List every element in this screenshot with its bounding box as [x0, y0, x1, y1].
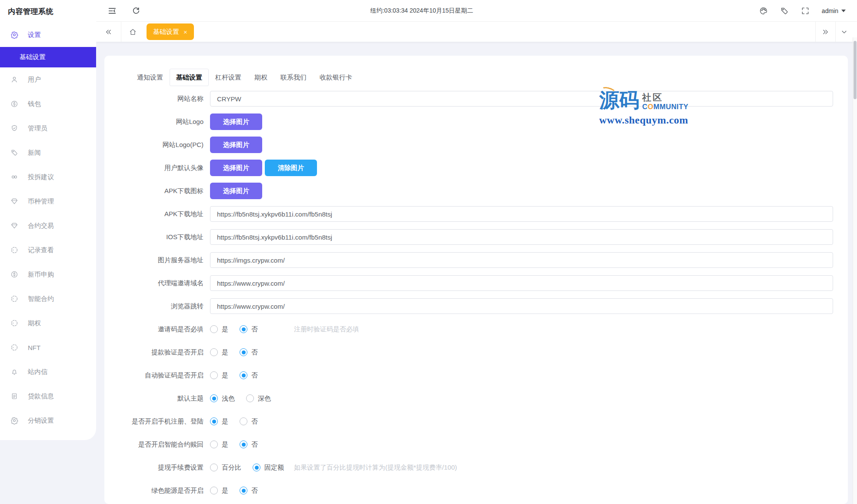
radio-option-no[interactable]: 否	[240, 417, 258, 426]
sidebar-item-coins[interactable]: 币种管理	[0, 189, 96, 214]
caret-down-icon	[841, 10, 846, 12]
sidebar-item-records[interactable]: 记录查看	[0, 238, 96, 262]
sidebar-item-users[interactable]: 用户	[0, 67, 96, 92]
gear-icon	[10, 31, 18, 39]
user-icon	[10, 76, 18, 83]
route-tabbar: 基础设置 ×	[96, 22, 857, 42]
refresh-icon[interactable]	[132, 7, 140, 15]
sidebar-subitem-label: 基础设置	[20, 53, 46, 61]
fullscreen-icon[interactable]	[801, 7, 810, 15]
sidebar-item-settings[interactable]: 设置	[0, 23, 96, 47]
field-label: 网站名称	[104, 95, 203, 103]
tab-options[interactable]: 期权	[248, 69, 274, 86]
main-area: 纽约:03:03:34 2024年10月15日星期二 admin 基础设置	[96, 0, 857, 504]
sidebar-subitem-basic-settings[interactable]: 基础设置	[0, 47, 96, 67]
tab-contact-us[interactable]: 联系我们	[274, 69, 313, 86]
sidebar-item-smart-contract[interactable]: 智能合约	[0, 287, 96, 311]
sidebar-item-label: 记录查看	[28, 246, 54, 254]
form-row-invite-code-required: 邀请码是否必填 是 否 注册时验证码是否必填	[104, 321, 833, 337]
route-tab-basic-settings[interactable]: 基础设置 ×	[147, 23, 194, 40]
tab-bank-card[interactable]: 收款银行卡	[313, 69, 359, 86]
gem-icon	[10, 222, 18, 230]
sidebar-item-distribution-settings[interactable]: 分销设置	[0, 408, 96, 433]
agent-domain-input[interactable]	[210, 275, 833, 291]
field-label: APK下载地址	[104, 210, 203, 218]
field-label: 自动验证码是否开启	[104, 371, 203, 380]
form-row-apk-icon: APK下载图标 选择图片	[104, 183, 833, 199]
radio-option-yes[interactable]: 是	[210, 487, 228, 495]
sidebar-item-nft[interactable]: NFT	[0, 335, 96, 360]
home-button[interactable]	[121, 22, 144, 42]
radio-option-no[interactable]: 否	[240, 371, 258, 380]
select-image-button[interactable]: 选择图片	[210, 113, 262, 130]
radio-option-no[interactable]: 否	[240, 441, 258, 449]
radio-option-yes[interactable]: 是	[210, 371, 228, 380]
page-content: 通知设置 基础设置 杠杆设置 期权 联系我们 收款银行卡 网站名称 网站Logo…	[96, 42, 857, 504]
clear-image-button[interactable]: 清除图片	[265, 160, 317, 176]
user-menu[interactable]: admin	[822, 7, 846, 14]
radio-icon	[210, 348, 218, 356]
route-tab-label: 基础设置	[153, 28, 179, 36]
sidebar-item-site-messages[interactable]: 站内信	[0, 360, 96, 384]
sidebar-item-new-coin-subscription[interactable]: 新币申购	[0, 262, 96, 287]
tag-icon[interactable]	[780, 7, 789, 15]
radio-option-yes[interactable]: 是	[210, 348, 228, 357]
image-server-input[interactable]	[210, 252, 833, 268]
radio-option-yes[interactable]: 是	[210, 441, 228, 449]
field-label: 提款验证是否开启	[104, 348, 203, 357]
tab-leverage-settings[interactable]: 杠杆设置	[209, 69, 248, 86]
form-row-apk-url: APK下载地址	[104, 206, 833, 222]
form-row-withdraw-verify: 提款验证是否开启 是 否	[104, 344, 833, 360]
menu-fold-icon[interactable]	[107, 6, 117, 16]
radio-icon	[210, 394, 218, 402]
radio-option-no[interactable]: 否	[240, 325, 258, 334]
scrollbar-thumb[interactable]	[854, 41, 857, 99]
radio-option-fixed[interactable]: 固定额	[253, 464, 284, 472]
tabs-menu-button[interactable]	[835, 22, 853, 42]
sidebar-item-label: NFT	[28, 344, 40, 351]
radio-icon	[240, 348, 247, 356]
sidebar-item-options[interactable]: 期权	[0, 311, 96, 335]
radio-option-yes[interactable]: 是	[210, 325, 228, 334]
sidebar-item-label: 管理员	[28, 124, 47, 133]
sidebar-item-news[interactable]: 新闻	[0, 140, 96, 165]
select-image-button[interactable]: 选择图片	[210, 137, 262, 153]
browser-redirect-input[interactable]	[210, 298, 833, 314]
site-name-input[interactable]	[210, 91, 833, 107]
radio-option-yes[interactable]: 是	[210, 417, 228, 426]
vertical-scrollbar[interactable]	[853, 37, 857, 504]
apk-url-input[interactable]	[210, 206, 833, 222]
close-icon[interactable]: ×	[183, 29, 187, 35]
form-row-site-logo-pc: 网站Logo(PC) 选择图片	[104, 137, 833, 153]
world-clock: 纽约:03:03:34 2024年10月15日星期二	[370, 7, 474, 15]
field-label: IOS下载地址	[104, 233, 203, 241]
radio-option-light[interactable]: 浅色	[210, 394, 235, 403]
ios-url-input[interactable]	[210, 229, 833, 245]
tabs-scroll-right-button[interactable]	[815, 22, 835, 42]
sidebar-item-label: 币种管理	[28, 197, 54, 206]
sidebar-item-admins[interactable]: 管理员	[0, 116, 96, 140]
chevron-down-icon	[840, 28, 848, 36]
tabs-scroll-left-button[interactable]	[96, 22, 121, 42]
radio-option-no[interactable]: 否	[240, 487, 258, 495]
radio-option-no[interactable]: 否	[240, 348, 258, 357]
sidebar-item-contract-trading[interactable]: 合约交易	[0, 214, 96, 238]
sidebar-item-loan-info[interactable]: 贷款信息	[0, 384, 96, 408]
field-label: 浏览器跳转	[104, 302, 203, 310]
dollar-circle-icon	[10, 100, 18, 108]
sidebar-item-label: 合约交易	[28, 222, 54, 230]
field-label: 网站Logo(PC)	[104, 141, 203, 149]
select-image-button[interactable]: 选择图片	[210, 183, 262, 199]
top-header: 纽约:03:03:34 2024年10月15日星期二 admin	[96, 0, 857, 22]
select-image-button[interactable]: 选择图片	[210, 160, 262, 176]
radio-icon	[253, 464, 260, 471]
radio-icon	[210, 417, 218, 425]
radio-option-dark[interactable]: 深色	[246, 394, 271, 403]
palette-icon[interactable]	[759, 7, 768, 15]
form-row-site-logo: 网站Logo 选择图片	[104, 113, 833, 130]
sidebar-item-feedback[interactable]: 投拆建议	[0, 165, 96, 189]
sidebar-item-wallet[interactable]: 钱包	[0, 92, 96, 116]
radio-option-percent[interactable]: 百分比	[210, 464, 241, 472]
tab-notify-settings[interactable]: 通知设置	[130, 69, 170, 86]
tab-basic-settings[interactable]: 基础设置	[170, 69, 209, 86]
